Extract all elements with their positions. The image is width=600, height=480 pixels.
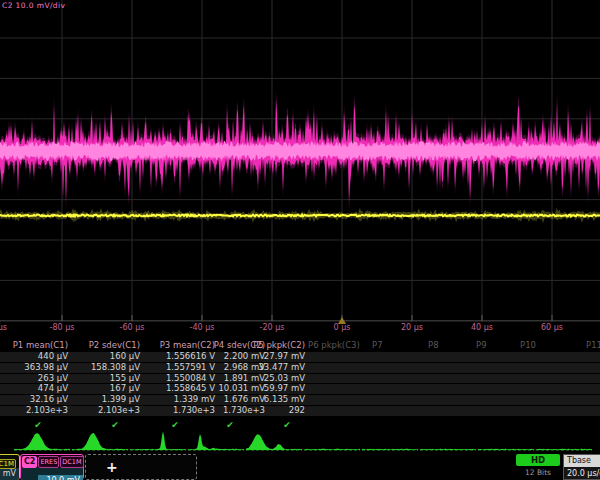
histicon-empty	[478, 429, 534, 453]
measurement-value: 474 µV	[38, 384, 68, 394]
measurement-value: 6.135 mV	[264, 395, 305, 405]
measurement-column-header[interactable]: P2 sdev(C1)	[89, 340, 140, 351]
measurement-value: 440 µV	[38, 352, 68, 362]
measurement-column-header[interactable]: P1 mean(C1)	[13, 340, 68, 351]
table-row: 32.16 µV1.399 µV1.339 mV1.676 mV6.135 mV	[0, 395, 600, 405]
measurement-table: P1 mean(C1)P2 sdev(C1)P3 mean(C2)P4 sdev…	[0, 340, 600, 436]
measurement-value: 292	[289, 406, 305, 416]
trace-annotation: C2 10.0 mV/div	[2, 1, 65, 10]
hd-mode-indicator[interactable]: HD 12 Bits	[516, 454, 560, 480]
measurement-value: 1.730e+3	[173, 406, 215, 416]
time-axis-label: -20 µs	[260, 323, 285, 332]
measurement-value: 167 µV	[110, 384, 140, 394]
table-row: 2.103e+32.103e+31.730e+31.730e+3292	[0, 406, 600, 416]
channel-c1-descriptor[interactable]: DC1M 0.0 mV	[0, 454, 20, 480]
measurement-column-header-inactive[interactable]: P7	[372, 340, 383, 351]
measurement-value: 158.308 µV	[91, 363, 140, 373]
measurement-value: 2.103e+3	[26, 406, 68, 416]
timebase-value: 20.0 µs/div	[564, 467, 600, 480]
time-axis-label: -80 µs	[50, 323, 75, 332]
measurement-value: 1.557591 V	[166, 363, 215, 373]
measurement-value: 263 µV	[38, 374, 68, 384]
time-axis-label: -100 µs	[0, 323, 7, 332]
measurement-value: 1.550084 V	[166, 374, 215, 384]
channel-c2-descriptor[interactable]: C2 ERES DC1M 10.0 mV	[20, 454, 84, 480]
table-row: 363.98 µV158.308 µV1.557591 V2.968 mV33.…	[0, 363, 600, 373]
timebase-descriptor[interactable]: Tbase 20.0 µs/div	[563, 454, 600, 480]
measurement-column-header-inactive[interactable]: P9	[476, 340, 487, 351]
hd-badge: HD	[516, 454, 560, 466]
add-trace-box[interactable]: +	[85, 454, 197, 480]
measurement-column-header-inactive[interactable]: P11	[586, 340, 600, 351]
time-axis-label: 40 µs	[471, 323, 493, 332]
measurement-value: 59.97 mV	[264, 384, 305, 394]
measurement-value: 1.339 mV	[174, 395, 215, 405]
measurement-value: 33.477 mV	[258, 363, 305, 373]
c1-scale-value: 0.0 mV	[0, 468, 19, 480]
histicon[interactable]	[72, 429, 128, 453]
time-axis-label: -40 µs	[190, 323, 215, 332]
histicon-empty	[304, 429, 360, 453]
measurement-column-header[interactable]: P5 pkpk(C2)	[253, 340, 305, 351]
hd-bits-label: 12 Bits	[516, 466, 560, 479]
plus-icon: +	[106, 459, 118, 475]
c2-coupling-badge: DC1M	[60, 456, 83, 468]
c2-label: C2	[22, 456, 37, 468]
measurement-value: 1.730e+3	[223, 406, 265, 416]
measurement-value: 10.031 mV	[218, 384, 265, 394]
measurement-value: 2.200 mV	[224, 352, 265, 362]
trigger-time-marker[interactable]	[338, 317, 346, 324]
measurement-value: 25.03 mV	[264, 374, 305, 384]
c2-eres-badge: ERES	[38, 456, 59, 468]
measurement-value: 363.98 µV	[24, 363, 68, 373]
table-row: 263 µV155 µV1.550084 V1.891 mV25.03 mV	[0, 374, 600, 384]
histicon[interactable]	[246, 429, 302, 453]
measurement-value: 1.676 mV	[224, 395, 265, 405]
table-row: 440 µV160 µV1.556616 V2.200 mV27.97 mV	[0, 352, 600, 362]
measurement-value: 1.891 mV	[224, 374, 265, 384]
histicon[interactable]	[130, 429, 186, 453]
histicon[interactable]	[188, 429, 244, 453]
measurement-value: 32.16 µV	[30, 395, 68, 405]
measurement-value: 155 µV	[110, 374, 140, 384]
c2-scale-value: 10.0 mV	[38, 475, 83, 480]
oscilloscope-screen: C2 10.0 mV/div -100 µs-80 µs-60 µs-40 µs…	[0, 0, 600, 480]
waveform-display[interactable]	[0, 0, 600, 322]
time-axis-label: 20 µs	[401, 323, 423, 332]
histicon-empty	[536, 429, 592, 453]
time-axis-label: 0 µs	[334, 323, 351, 332]
histicon[interactable]	[14, 429, 70, 453]
time-axis-label: 60 µs	[541, 323, 563, 332]
table-row: 474 µV167 µV1.558645 V10.031 mV59.97 mV	[0, 384, 600, 394]
histicon-empty	[420, 429, 476, 453]
measurement-value: 27.97 mV	[264, 352, 305, 362]
measurement-value: 2.103e+3	[98, 406, 140, 416]
measurement-value: 1.556616 V	[166, 352, 215, 362]
measurement-value: 1.558645 V	[166, 384, 215, 394]
measurement-value: 160 µV	[110, 352, 140, 362]
time-axis-label: -60 µs	[120, 323, 145, 332]
measurement-column-header-inactive[interactable]: P10	[520, 340, 536, 351]
measurement-column-header-inactive[interactable]: P8	[428, 340, 439, 351]
measurement-column-header[interactable]: P3 mean(C2)	[160, 340, 215, 351]
measurement-value: 1.399 µV	[102, 395, 140, 405]
measurement-column-header-inactive[interactable]: P6 pkpk(C3)	[308, 340, 360, 351]
histicon-empty	[362, 429, 418, 453]
timebase-title: Tbase	[564, 455, 600, 467]
